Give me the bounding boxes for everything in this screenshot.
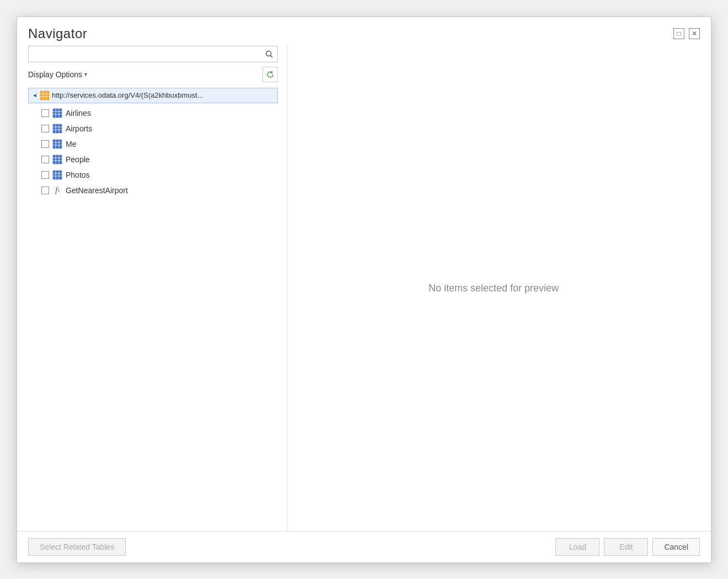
me-checkbox[interactable] — [41, 140, 49, 148]
tree-area: ◄ http://services.odata.org/V4/(S(a2khbu… — [28, 88, 278, 531]
me-table-icon — [52, 139, 62, 149]
title-bar: Navigator □ ✕ — [17, 17, 711, 46]
get-nearest-airport-label: GetNearestAirport — [66, 186, 128, 195]
root-table-icon — [40, 91, 50, 100]
toolbar-row: Display Options ▾ — [28, 67, 278, 82]
svg-point-0 — [266, 51, 271, 56]
airports-checkbox[interactable] — [41, 125, 49, 132]
root-url-label: http://services.odata.org/V4/(S(a2khbuxb… — [52, 91, 204, 99]
refresh-button[interactable] — [263, 67, 278, 82]
footer-left: Select Related Tables — [28, 538, 126, 556]
title-bar-controls: □ ✕ — [673, 28, 700, 39]
svg-line-1 — [271, 55, 273, 57]
expand-collapse-icon: ◄ — [32, 92, 38, 98]
search-input[interactable] — [29, 47, 261, 61]
chevron-down-icon: ▾ — [84, 71, 87, 77]
list-item[interactable]: Photos — [28, 167, 278, 183]
load-button[interactable]: Load — [555, 538, 599, 556]
svg-rect-18 — [53, 140, 62, 148]
refresh-icon — [266, 71, 274, 78]
photos-label: Photos — [66, 171, 90, 179]
me-label: Me — [66, 140, 76, 148]
no-preview-message: No items selected for preview — [429, 283, 559, 294]
edit-button[interactable]: Edit — [604, 538, 648, 556]
airports-table-icon — [52, 124, 62, 134]
navigator-dialog: Navigator □ ✕ Display Opti — [17, 17, 711, 563]
search-bar — [28, 46, 278, 62]
people-table-icon — [52, 155, 62, 164]
svg-rect-2 — [271, 71, 272, 73]
airlines-checkbox[interactable] — [41, 109, 49, 117]
content-area: Display Options ▾ ◄ — [17, 46, 711, 531]
svg-rect-23 — [53, 155, 62, 164]
search-icon — [265, 50, 273, 58]
dialog-title: Navigator — [28, 26, 87, 41]
display-options-button[interactable]: Display Options ▾ — [28, 70, 87, 79]
cancel-button[interactable]: Cancel — [652, 538, 700, 556]
tree-root-node[interactable]: ◄ http://services.odata.org/V4/(S(a2khbu… — [28, 88, 278, 103]
list-item[interactable]: fx GetNearestAirport — [28, 183, 278, 198]
svg-rect-3 — [40, 91, 49, 100]
maximize-button[interactable]: □ — [673, 28, 684, 39]
footer: Select Related Tables Load Edit Cancel — [17, 531, 711, 562]
photos-table-icon — [52, 170, 62, 180]
airlines-table-icon — [52, 108, 62, 118]
list-item[interactable]: Airports — [28, 121, 278, 136]
left-panel: Display Options ▾ ◄ — [28, 46, 287, 531]
close-button[interactable]: ✕ — [689, 28, 700, 39]
svg-rect-13 — [53, 124, 62, 133]
select-related-tables-button[interactable]: Select Related Tables — [28, 538, 126, 556]
function-icon: fx — [52, 185, 62, 195]
list-item[interactable]: Me — [28, 136, 278, 152]
get-nearest-airport-checkbox[interactable] — [41, 187, 49, 194]
airlines-label: Airlines — [66, 109, 91, 118]
svg-rect-28 — [53, 171, 62, 179]
people-checkbox[interactable] — [41, 156, 49, 163]
right-panel: No items selected for preview — [287, 46, 700, 531]
footer-right: Load Edit Cancel — [555, 538, 700, 556]
list-item[interactable]: Airlines — [28, 105, 278, 121]
people-label: People — [66, 155, 90, 164]
airports-label: Airports — [66, 124, 92, 133]
svg-rect-8 — [53, 109, 62, 118]
search-button[interactable] — [261, 46, 277, 62]
display-options-label: Display Options — [28, 70, 82, 79]
list-item[interactable]: People — [28, 152, 278, 167]
photos-checkbox[interactable] — [41, 171, 49, 179]
